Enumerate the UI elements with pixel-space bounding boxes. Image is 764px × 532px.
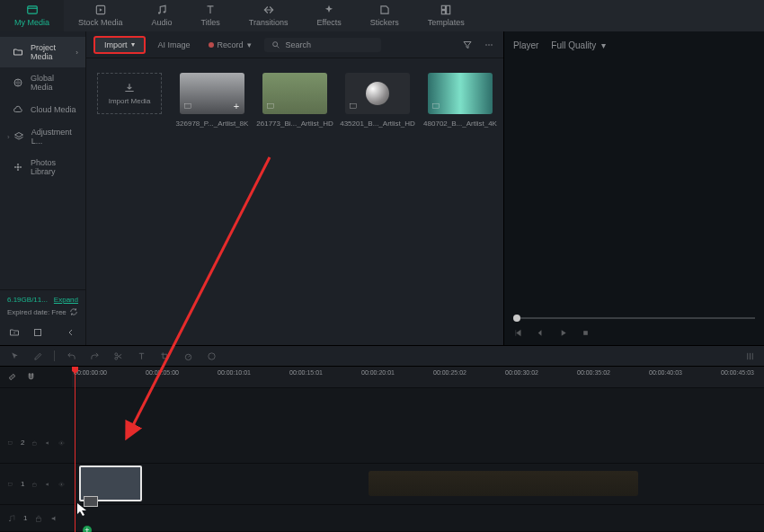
track-head-v2[interactable]: 2: [0, 422, 72, 464]
tab-titles[interactable]: Titles: [187, 0, 235, 31]
magnet-icon[interactable]: [26, 372, 36, 382]
ai-image-button[interactable]: AI Image: [153, 38, 196, 52]
add-track-icon[interactable]: +: [83, 526, 92, 532]
media-clip[interactable]: 480702_B..._Artlist_4K: [428, 73, 493, 128]
tab-label: Templates: [428, 18, 465, 27]
mute-icon[interactable]: [45, 480, 51, 489]
cursor-icon: [77, 503, 86, 516]
quality-label: Full Quality: [551, 40, 596, 50]
record-button[interactable]: Record ▾: [203, 38, 257, 52]
sidebar-item-global-media[interactable]: Global Media: [0, 67, 85, 98]
svg-point-8: [17, 166, 20, 169]
slider-knob[interactable]: [513, 315, 520, 322]
media-clip[interactable]: 261773_Bi..._Artlist_HD: [262, 73, 327, 128]
tab-audio[interactable]: Audio: [138, 0, 187, 31]
svg-rect-21: [433, 104, 440, 109]
tab-transitions[interactable]: Transitions: [235, 0, 303, 31]
tab-label: My Media: [14, 18, 49, 27]
color-tool[interactable]: [204, 349, 218, 363]
sparkle-icon: [323, 4, 335, 16]
sidebar-item-photos[interactable]: Photos Library: [0, 152, 85, 182]
crop-tool[interactable]: [157, 349, 172, 363]
stop-icon[interactable]: [581, 328, 591, 338]
ruler-tick: 00:00:25:02: [433, 369, 466, 376]
ruler-tick: 00:00:00:00: [74, 369, 107, 376]
filter-button[interactable]: [460, 38, 475, 52]
speed-tool[interactable]: [181, 349, 195, 363]
sidebar-item-cloud-media[interactable]: Cloud Media: [0, 98, 85, 121]
mixer-button[interactable]: [742, 349, 757, 363]
svg-rect-19: [268, 104, 274, 109]
timeline: 2 1 1 00:00:00:00 00:00:05:00 00:00:10:0…: [0, 367, 764, 532]
track-head-a1[interactable]: 1: [0, 505, 72, 532]
mute-icon[interactable]: [50, 514, 59, 523]
new-folder-button[interactable]: [7, 325, 22, 340]
tab-stickers[interactable]: Stickers: [356, 0, 413, 31]
tab-label: Audio: [152, 18, 173, 27]
track-v1[interactable]: [72, 464, 764, 505]
pointer-tool[interactable]: [7, 349, 22, 363]
svg-rect-27: [8, 441, 13, 444]
mute-icon[interactable]: [45, 439, 51, 448]
player-panel: Player Full Quality ▾: [503, 31, 764, 345]
tab-templates[interactable]: Templates: [413, 0, 479, 31]
more-button[interactable]: [482, 38, 496, 52]
add-icon[interactable]: +: [232, 102, 241, 111]
link-icon[interactable]: [7, 372, 17, 382]
track-head-v1[interactable]: 1: [0, 464, 72, 505]
expand-link[interactable]: Expand: [54, 296, 78, 304]
undo-button[interactable]: [64, 349, 78, 363]
refresh-icon[interactable]: [69, 307, 78, 316]
lock-icon[interactable]: [31, 439, 38, 448]
track-headers: 2 1 1: [0, 367, 72, 532]
import-label: Import: [104, 40, 128, 49]
playhead[interactable]: [75, 367, 76, 532]
svg-point-10: [17, 169, 19, 171]
edit-tool[interactable]: [31, 349, 45, 363]
collapse-button[interactable]: [64, 325, 78, 340]
eye-icon[interactable]: [58, 439, 65, 448]
split-tool[interactable]: [111, 349, 125, 363]
play-icon[interactable]: [558, 328, 568, 338]
step-back-icon[interactable]: [536, 328, 546, 338]
tab-effects[interactable]: Effects: [302, 0, 355, 31]
tab-my-media[interactable]: My Media: [0, 0, 64, 31]
timeline-clip[interactable]: [369, 471, 638, 496]
new-bin-button[interactable]: [31, 325, 45, 340]
record-label: Record: [218, 40, 244, 49]
ruler-tick: 00:00:40:03: [649, 369, 682, 376]
player-slider[interactable]: [504, 312, 764, 323]
eye-icon[interactable]: [58, 480, 65, 489]
import-media-tile[interactable]: Import Media: [97, 73, 162, 114]
text-tool[interactable]: [134, 349, 148, 363]
globe-icon: [13, 77, 23, 88]
top-tabs: My Media Stock Media Audio Titles Transi…: [0, 0, 764, 31]
sidebar-item-project-media[interactable]: Project Media ›: [0, 37, 85, 67]
timeline-clip[interactable]: [79, 466, 142, 501]
import-button[interactable]: Import ▾: [93, 36, 146, 54]
prev-frame-icon[interactable]: [513, 328, 523, 338]
svg-rect-31: [33, 483, 36, 486]
track-a1[interactable]: +: [72, 505, 764, 532]
tab-label: Stickers: [370, 18, 399, 27]
ruler-tick: 00:00:35:02: [577, 369, 610, 376]
svg-rect-18: [185, 104, 191, 109]
media-clip[interactable]: 435201_B..._Artlist_HD: [345, 73, 410, 128]
svg-rect-20: [351, 104, 357, 109]
svg-point-25: [185, 354, 191, 359]
timeline-ruler[interactable]: 00:00:00:00 00:00:05:00 00:00:10:01 00:0…: [72, 367, 764, 388]
sidebar-item-adjustment[interactable]: › Adjustment L...: [0, 121, 85, 152]
track-number: 2: [21, 439, 24, 447]
search-icon: [271, 40, 280, 49]
tab-label: Effects: [316, 18, 341, 27]
ball-thumb: [366, 82, 389, 105]
lock-icon[interactable]: [31, 480, 38, 489]
quality-select[interactable]: Full Quality ▾: [551, 40, 606, 50]
timeline-toolbar: [0, 345, 764, 367]
track-v2[interactable]: [72, 422, 764, 464]
lock-icon[interactable]: [34, 514, 43, 523]
redo-button[interactable]: [87, 349, 102, 363]
media-clip[interactable]: + 326978_P..._Artlist_8K: [180, 73, 244, 128]
tab-stock-media[interactable]: Stock Media: [64, 0, 138, 31]
search-input[interactable]: Search: [264, 38, 381, 52]
